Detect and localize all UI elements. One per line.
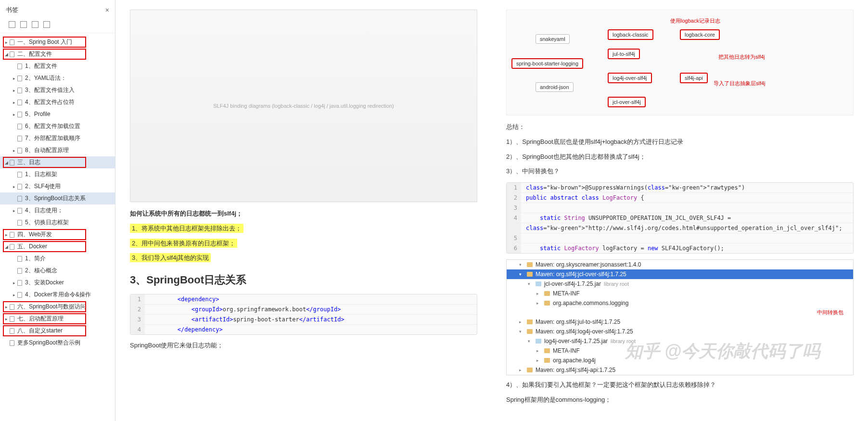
tree-item-label: 3、安装Docker bbox=[25, 279, 64, 287]
mindmap-node: logback-classic bbox=[608, 29, 653, 40]
tree-item[interactable]: ▸2、SLF4j使用 bbox=[0, 180, 115, 192]
bookmark-icon bbox=[10, 160, 14, 166]
tree-item[interactable]: 2、核心概念 bbox=[0, 265, 115, 277]
tree-item[interactable]: ▸3、安装Docker bbox=[0, 277, 115, 289]
maven-file-tree: ▾Maven: org.skyscreamer:jsonassert:1.4.0… bbox=[506, 259, 854, 375]
file-tree-label: org.apache.commons.logging bbox=[553, 300, 628, 306]
bookmark-icon bbox=[10, 51, 14, 57]
sidebar-title: 书签 bbox=[6, 6, 18, 14]
mindmap-annotation: 导入了日志抽象层slf4j bbox=[714, 80, 766, 87]
toolbar-icon-3[interactable] bbox=[32, 21, 38, 28]
chevron-icon: ▸ bbox=[4, 40, 9, 45]
file-tree-item[interactable]: ▾Maven: org.skyscreamer:jsonassert:1.4.0 bbox=[507, 260, 853, 269]
highlight-2: 2、用中间包来替换原有的日志框架； bbox=[130, 239, 237, 248]
tree-item[interactable]: ▸四、Web开发 bbox=[0, 229, 115, 241]
tree-item[interactable]: ▸5、Profile bbox=[0, 108, 115, 120]
intro-text: 如何让系统中所有的日志都统一到slf4j； bbox=[130, 210, 243, 217]
chevron-icon: ▸ bbox=[4, 305, 9, 309]
tree-item-label: 5、切换日志框架 bbox=[25, 218, 69, 227]
tree-item-label: 6、配置文件加载位置 bbox=[25, 122, 80, 130]
close-icon[interactable]: × bbox=[105, 6, 109, 14]
file-tree-item[interactable]: ▾Maven: org.slf4j:jcl-over-slf4j:1.7.25 bbox=[507, 269, 853, 279]
sidebar-header: 书签 × bbox=[0, 4, 115, 18]
file-tree-label: log4j-over-slf4j-1.7.25.jar bbox=[544, 338, 608, 344]
bookmarks-sidebar: 书签 × ▸一、Spring Boot 入门◢二、配置文件1、配置文件▸2、YA… bbox=[0, 0, 115, 421]
toolbar-icon-4[interactable] bbox=[43, 21, 50, 28]
file-tree-label: Maven: org.slf4j:jul-to-slf4j:1.7.25 bbox=[536, 319, 620, 325]
chevron-icon: ▸ bbox=[12, 184, 16, 189]
tree-item-label: 3、SpringBoot日志关系 bbox=[25, 194, 86, 203]
tree-item[interactable]: ▸七、启动配置原理 bbox=[0, 313, 115, 325]
chevron-icon: ▸ bbox=[12, 112, 16, 117]
tree-item-label: 六、SpringBoot与数据访问 bbox=[17, 303, 86, 311]
tree-item[interactable]: 八、自定义starter bbox=[0, 325, 115, 337]
chevron-icon: ▸ bbox=[536, 301, 541, 306]
tree-item[interactable]: ◢五、Docker bbox=[0, 241, 115, 253]
chevron-icon: ◢ bbox=[4, 52, 9, 57]
tree-item-label: 四、Web开发 bbox=[17, 230, 52, 239]
tree-item-label: 2、YAML语法： bbox=[25, 74, 66, 82]
mindmap-node: logback-core bbox=[680, 29, 720, 40]
file-tree-item[interactable]: ▸META-INF bbox=[507, 346, 853, 356]
bookmark-icon bbox=[17, 124, 22, 129]
logging-mindmap: spring-boot-starter-loggingsnakeyamlandr… bbox=[506, 10, 854, 115]
file-tree-item[interactable]: ▸Maven: org.slf4j:jul-to-slf4j:1.7.25 bbox=[507, 317, 853, 327]
file-tree-label: Maven: org.slf4j:jcl-over-slf4j:1.7.25 bbox=[536, 271, 626, 278]
chevron-icon: ◢ bbox=[4, 160, 9, 165]
file-tree-label: META-INF bbox=[553, 290, 580, 297]
tree-item[interactable]: 3、SpringBoot日志关系 bbox=[0, 192, 115, 204]
toolbar-icon-1[interactable] bbox=[9, 21, 15, 28]
file-tree-item[interactable]: ▸org.apache.commons.logging bbox=[507, 298, 853, 308]
file-tree-label: org.apache.log4j bbox=[553, 357, 596, 364]
tree-item[interactable]: ◢二、配置文件 bbox=[0, 48, 115, 60]
tree-item[interactable]: 1、配置文件 bbox=[0, 60, 115, 72]
summary-p2: 2）、SpringBoot也把其他的日志都替换成了slf4j； bbox=[506, 152, 854, 162]
callout-label: 中间转换包 bbox=[507, 308, 853, 317]
tree-item[interactable]: ▸4、Docker常用命令&操作 bbox=[0, 289, 115, 301]
chevron-icon: ▸ bbox=[4, 317, 9, 321]
tree-item[interactable]: ▸六、SpringBoot与数据访问 bbox=[0, 301, 115, 313]
tree-item[interactable]: 更多SpringBoot整合示例 bbox=[0, 337, 115, 349]
left-column: SLF4J binding diagrams (logback-classic … bbox=[115, 0, 492, 421]
file-tree-item[interactable]: ▸META-INF bbox=[507, 289, 853, 298]
chevron-icon: ▾ bbox=[528, 339, 533, 344]
bookmark-icon bbox=[17, 280, 22, 286]
file-tree-item[interactable]: ▾Maven: org.slf4j:log4j-over-slf4j:1.7.2… bbox=[507, 327, 853, 336]
file-tree-item[interactable]: ▸Maven: org.slf4j:slf4j-api:1.7.25 bbox=[507, 365, 853, 375]
file-tree-label: Maven: org.slf4j:slf4j-api:1.7.25 bbox=[536, 367, 615, 373]
file-tree-item[interactable]: ▸org.apache.log4j bbox=[507, 356, 853, 365]
library-root-label: library root bbox=[611, 338, 636, 344]
tree-item[interactable]: 6、配置文件加载位置 bbox=[0, 120, 115, 132]
tree-item[interactable]: ▸4、配置文件占位符 bbox=[0, 96, 115, 108]
tree-item[interactable]: 5、切换日志框架 bbox=[0, 217, 115, 229]
file-tree-item[interactable]: ▾log4j-over-slf4j-1.7.25.jar library roo… bbox=[507, 336, 853, 346]
tree-item[interactable]: 7、外部配置加载顺序 bbox=[0, 132, 115, 144]
tree-item[interactable]: ▸2、YAML语法： bbox=[0, 72, 115, 84]
main-content: SLF4J binding diagrams (logback-classic … bbox=[115, 0, 868, 421]
toolbar-icon-2[interactable] bbox=[20, 21, 27, 28]
tree-item[interactable]: ▸一、Spring Boot 入门 bbox=[0, 36, 115, 48]
bookmark-icon bbox=[17, 196, 22, 202]
tree-item-label: 1、配置文件 bbox=[25, 62, 57, 70]
file-tree-item[interactable]: ▾jcl-over-slf4j-1.7.25.jar library root bbox=[507, 279, 853, 289]
library-root-label: library root bbox=[604, 281, 629, 287]
tree-item[interactable]: 1、日志框架 bbox=[0, 168, 115, 180]
chevron-icon: ▸ bbox=[12, 281, 16, 285]
chevron-icon: ▸ bbox=[4, 232, 9, 237]
bookmark-icon bbox=[10, 340, 14, 346]
tree-item[interactable]: ▸4、日志使用； bbox=[0, 204, 115, 217]
bookmark-icon bbox=[10, 316, 14, 322]
mindmap-node: android-json bbox=[536, 82, 574, 92]
tree-item[interactable]: ◢三、日志 bbox=[0, 156, 115, 168]
bookmark-icon bbox=[17, 172, 22, 178]
chevron-icon: ▸ bbox=[12, 208, 16, 213]
slf4j-diagrams: SLF4J binding diagrams (logback-classic … bbox=[130, 10, 477, 202]
tree-item[interactable]: ▸8、自动配置原理 bbox=[0, 144, 115, 156]
tree-item[interactable]: 1、简介 bbox=[0, 253, 115, 265]
tree-item-label: 5、Profile bbox=[25, 110, 51, 118]
chevron-icon: ▸ bbox=[12, 148, 16, 153]
summary-p4: 4）、如果我们要引入其他框架？一定要把这个框架的默认日志依赖移除掉？ bbox=[506, 380, 854, 390]
tree-item[interactable]: ▸3、配置文件值注入 bbox=[0, 84, 115, 96]
bookmark-icon bbox=[17, 208, 22, 214]
mindmap-node: log4j-over-slf4j bbox=[608, 73, 652, 83]
